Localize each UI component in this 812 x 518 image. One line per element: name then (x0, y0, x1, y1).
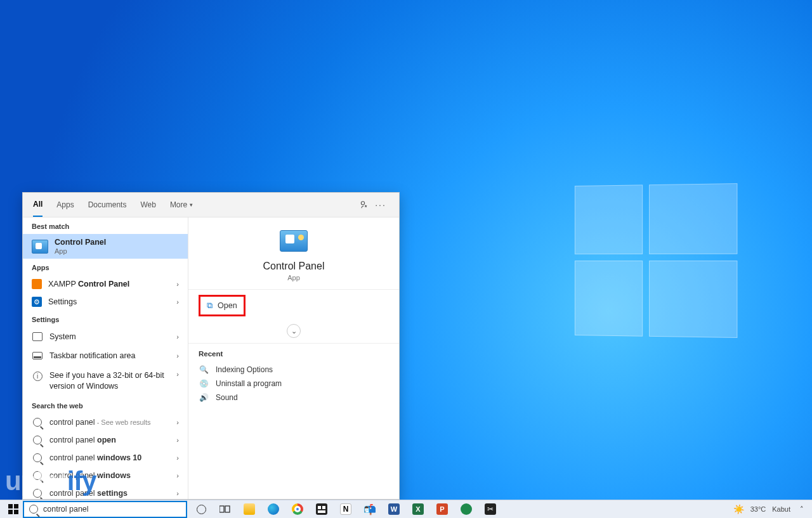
svg-rect-3 (225, 506, 230, 512)
snip-icon[interactable]: ✂ (483, 502, 498, 517)
tab-all[interactable]: All (33, 193, 43, 217)
recent-item-label: Uninstall a program (216, 379, 282, 388)
recent-section: Recent 🔍 Indexing Options 💿 Uninstall a … (188, 344, 399, 411)
control-panel-icon (280, 230, 308, 252)
chevron-right-icon: › (176, 370, 179, 378)
detail-subtitle: App (287, 274, 300, 282)
desktop: All Apps Documents Web More ··· Best mat… (0, 0, 812, 518)
result-label: Settings (48, 297, 77, 306)
cortana-icon[interactable] (193, 502, 209, 517)
chrome-icon[interactable] (290, 502, 305, 517)
excel-icon[interactable]: X (410, 502, 426, 517)
recent-label: Recent (199, 350, 389, 358)
file-explorer-icon[interactable] (242, 502, 257, 517)
watermark: uplotify (5, 466, 96, 496)
taskbar-search-input[interactable]: control panel (23, 501, 187, 518)
weather-temp[interactable]: 33°C (750, 505, 766, 513)
search-icon (33, 453, 42, 462)
start-button[interactable] (4, 500, 23, 519)
result-taskbar-notif[interactable]: Taskbar notification area › (23, 346, 188, 365)
mail-icon[interactable]: 📬 (362, 502, 377, 517)
result-settings[interactable]: ⚙ Settings › (23, 293, 188, 311)
taskbar-icon (32, 352, 43, 359)
speaker-icon: 🔊 (199, 393, 209, 402)
section-settings: Settings (23, 311, 188, 327)
powerpoint-icon[interactable]: P (435, 502, 450, 517)
windows-icon (8, 504, 18, 514)
weather-icon[interactable]: ☀️ (733, 504, 744, 514)
result-32-64-bit[interactable]: i See if you have a 32-bit or 64-bit ver… (23, 365, 188, 397)
open-button[interactable]: ⧉ Open (199, 295, 246, 316)
system-tray: ☀️ 33°C Kabut ˄ (733, 504, 812, 514)
chevron-right-icon: › (176, 352, 179, 359)
rewards-icon[interactable] (356, 200, 372, 210)
gear-icon: ⚙ (32, 297, 42, 307)
section-search-web: Search the web (23, 397, 188, 413)
web-result-label: control panel - See web results (49, 418, 151, 427)
tab-apps[interactable]: Apps (56, 193, 74, 217)
pinned-apps: N 📬 W X P ✂ (193, 502, 498, 517)
result-label: System (49, 332, 76, 341)
chevron-right-icon: › (176, 472, 179, 479)
app-green-icon[interactable] (459, 502, 474, 517)
notion-icon[interactable]: N (338, 502, 353, 517)
svg-marker-1 (365, 205, 367, 207)
web-result-1[interactable]: control panel - See web results › (23, 413, 188, 431)
result-xampp[interactable]: XAMPP Control Panel › (23, 275, 188, 293)
detail-title: Control Panel (263, 261, 325, 272)
svg-rect-2 (219, 506, 224, 512)
recent-indexing[interactable]: 🔍 Indexing Options (199, 363, 389, 377)
chevron-right-icon: › (176, 333, 179, 340)
taskbar: control panel N 📬 W X P ✂ ☀️ 33°C Kabut … (0, 500, 812, 518)
search-icon (33, 418, 42, 427)
search-icon (29, 505, 38, 514)
chevron-right-icon: › (176, 436, 179, 444)
indexing-icon: 🔍 (199, 365, 209, 374)
tab-more[interactable]: More (170, 193, 193, 217)
tab-documents[interactable]: Documents (88, 193, 127, 217)
recent-sound[interactable]: 🔊 Sound (199, 391, 389, 405)
open-label: Open (218, 301, 237, 310)
chevron-right-icon: › (176, 298, 179, 306)
chevron-right-icon: › (176, 418, 179, 426)
tray-overflow-button[interactable]: ˄ (797, 504, 807, 514)
open-icon: ⧉ (207, 301, 213, 311)
monitor-icon (32, 332, 43, 341)
control-panel-icon (32, 240, 48, 254)
search-value: control panel (43, 505, 181, 514)
section-apps: Apps (23, 259, 188, 275)
result-title: Control Panel (55, 238, 106, 247)
result-system[interactable]: System › (23, 327, 188, 346)
programs-icon: 💿 (199, 379, 209, 388)
expand-chevron-button[interactable]: ⌄ (287, 324, 301, 338)
more-options-icon[interactable]: ··· (372, 200, 389, 210)
detail-header: Control Panel App (188, 217, 399, 290)
result-label: See if you have a 32-bit or 64-bit versi… (49, 370, 167, 392)
tab-web[interactable]: Web (140, 193, 155, 217)
search-tabs: All Apps Documents Web More ··· (23, 193, 399, 217)
web-result-2[interactable]: control panel open › (23, 431, 188, 449)
info-icon: i (33, 372, 43, 381)
recent-item-label: Indexing Options (216, 365, 273, 374)
edge-icon[interactable] (266, 502, 281, 517)
weather-label[interactable]: Kabut (772, 505, 790, 513)
web-result-label: control panel open (49, 436, 116, 444)
windows-logo (575, 183, 740, 339)
web-result-3[interactable]: control panel windows 10 › (23, 449, 188, 467)
xampp-icon (32, 279, 42, 289)
chevron-right-icon: › (176, 454, 179, 462)
chevron-right-icon: › (176, 280, 179, 288)
result-control-panel[interactable]: Control Panel App (23, 234, 188, 259)
result-subtext: App (55, 247, 106, 255)
section-best-match: Best match (23, 217, 188, 234)
chevron-right-icon: › (176, 489, 179, 497)
task-view-icon[interactable] (218, 502, 233, 517)
start-search-panel: All Apps Documents Web More ··· Best mat… (22, 192, 400, 500)
ms-store-icon[interactable] (314, 502, 329, 517)
results-column: Best match Control Panel App Apps XAMPP … (23, 217, 188, 499)
web-result-label: control panel windows 10 (49, 453, 141, 462)
word-icon[interactable]: W (386, 502, 402, 517)
result-label: XAMPP Control Panel (48, 280, 129, 288)
recent-uninstall[interactable]: 💿 Uninstall a program (199, 377, 389, 391)
detail-column: Control Panel App ⧉ Open ⌄ Recent 🔍 Inde… (188, 217, 399, 499)
